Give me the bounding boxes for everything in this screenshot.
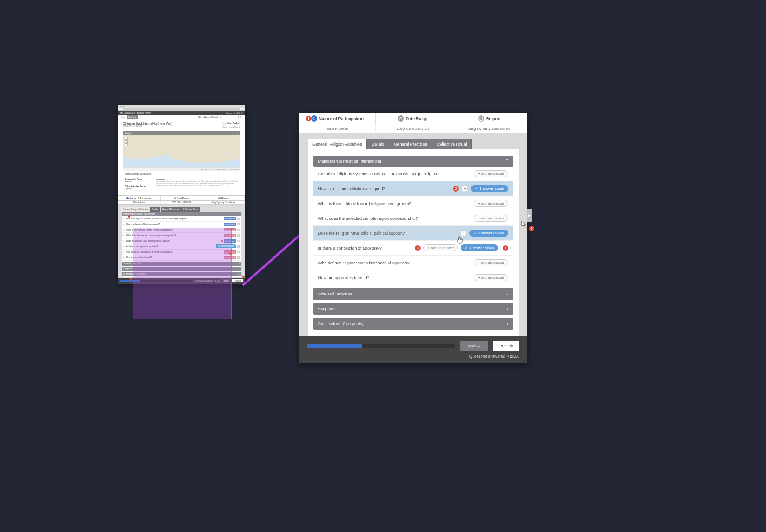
edit-answer-button[interactable]: Edit Answer	[224, 217, 236, 220]
edit-answer-button[interactable]: Edit Answer	[224, 223, 236, 226]
add-answer-button[interactable]: +add an answer	[423, 244, 458, 251]
val-participation: Elite Political	[299, 124, 376, 133]
thumb-questionnaire: Nature of Participation Date Range Regio…	[118, 195, 245, 278]
publish-button[interactable]: Publish	[232, 279, 243, 282]
question-row: Who defines or prosecutes instances of a…	[313, 256, 513, 270]
col-date-range: Date Range	[161, 196, 203, 200]
add-answer-button[interactable]: Add Answer	[224, 234, 236, 237]
expand-toggle[interactable]	[237, 256, 240, 259]
val-region: Ming Dynasty Boundaries	[202, 201, 245, 204]
tab-beliefs[interactable]: Beliefs	[367, 139, 389, 149]
add-answer-button[interactable]: Add Answer	[224, 256, 236, 259]
add-answer-button[interactable]: +add an answer	[474, 274, 508, 281]
tab-general-religion-variables[interactable]: General Religion Variables	[308, 139, 367, 149]
map-controls[interactable]	[125, 137, 128, 147]
save-button[interactable]: Save	[222, 279, 230, 282]
chevron-right-icon: ▸	[123, 256, 125, 259]
progress-count: Questions answered: 42/150	[307, 354, 519, 359]
answer-saved-pill[interactable]: ✓1 answer saved	[471, 185, 508, 192]
tab-general-practices[interactable]: General Practices	[389, 139, 432, 149]
subgroup-label: Scripture	[318, 307, 335, 311]
add-answer-button[interactable]: Add Answer	[224, 228, 236, 231]
person-icon	[126, 197, 129, 199]
chevron-right-icon: ›	[506, 306, 508, 312]
expand-toggle[interactable]	[237, 234, 240, 237]
nav-faq[interactable]: FAQ	[198, 116, 201, 118]
meta-geo-val: Territory	[125, 180, 131, 183]
tab-collective-ritual[interactable]: Collective Ritual	[432, 139, 472, 149]
author-name: John Carlton	[227, 122, 240, 125]
chevron-right-icon: ▸	[123, 218, 125, 220]
subgroup-header[interactable]: Scripture›	[122, 267, 241, 271]
map-attribution: Map data ©2014 Google, ESRI · Terms of U…	[123, 168, 240, 171]
group-title: Membership/Tradition Interactions	[318, 159, 381, 164]
check-icon: ✓	[475, 186, 478, 191]
col-participation: Nature of Participation	[118, 196, 161, 200]
subgroup-header[interactable]: Size and Structure›	[313, 288, 513, 300]
add-answer-button[interactable]: +add an answer	[474, 170, 508, 177]
add-answer-icon-button[interactable]: +	[461, 186, 468, 192]
annotation-dot	[242, 276, 245, 278]
site-brand: The Database of Religious History	[120, 112, 151, 114]
subgroup-header[interactable]: Architecture, Geography›	[313, 318, 513, 330]
subgroup-header[interactable]: Size and Structure›	[122, 262, 241, 266]
plus-icon: +	[478, 172, 480, 176]
add-answer-button[interactable]: +add an answer	[474, 200, 508, 207]
alert-badge: 2	[453, 186, 459, 192]
answer-saved-pill[interactable]: ✓2 answers saved	[469, 230, 508, 237]
question-text: How are apostates treated?	[318, 276, 471, 280]
questionnaire-panel: 1 ☺Nature of Participation ◷Date Range ◯…	[299, 113, 527, 363]
question-text: How is religious affiliation assigned?	[126, 223, 224, 225]
question-text: Does the religion have official politica…	[126, 240, 221, 242]
chevron-right-icon: ›	[239, 268, 240, 270]
login-status[interactable]: Logged in as Billy Bo	[226, 112, 243, 114]
add-answer-icon-button[interactable]: +	[460, 230, 467, 237]
chevron-right-icon: ›	[239, 263, 240, 265]
map-view[interactable]	[123, 135, 240, 168]
tab-collective-ritual[interactable]: Collective Ritual	[181, 207, 200, 212]
group-header[interactable]: Membership/Tradition Interactions˅	[122, 212, 241, 216]
expand-toggle[interactable]	[237, 229, 240, 231]
alert-badge	[221, 240, 223, 242]
region-panel-header[interactable]: Region–	[123, 131, 240, 135]
subgroup-header[interactable]: Architecture, Geography›	[122, 272, 241, 276]
question-row: What does the selected sample region cor…	[313, 211, 513, 226]
nav-advanced[interactable]: Advanced Search	[203, 116, 218, 118]
chevron-right-icon: ›	[506, 321, 508, 327]
person-icon: ☺	[311, 115, 317, 122]
map-region-label: Ming Dynasty Boundaries	[123, 171, 240, 177]
nav-go-button[interactable]	[240, 116, 243, 118]
val-date-range: 1000 CE to 1100 CE	[161, 201, 203, 204]
tab-general-practices[interactable]: General Practices	[161, 207, 181, 212]
answer-saved-pill[interactable]: ✓1 answer saved	[461, 244, 498, 251]
nav-home[interactable]: Home	[120, 116, 125, 118]
question-text: What does the selected sample region cor…	[318, 216, 471, 221]
expand-handle[interactable]: ▶	[527, 209, 532, 222]
alert-badge: 3	[415, 245, 421, 251]
submit-tooltip: Submit Answer	[216, 244, 235, 248]
question-text: Who defines or prosecutes instances of a…	[318, 261, 471, 265]
tab-general-religion-variables[interactable]: General Religion Variables	[121, 207, 149, 212]
nav-search[interactable]	[220, 116, 239, 118]
expand-toggle[interactable]	[237, 218, 240, 220]
question-text: Is there a conception of apostasy?	[318, 246, 412, 250]
expand-toggle[interactable]	[237, 251, 240, 253]
nav-contribute[interactable]: Contribute	[127, 115, 138, 119]
group-header[interactable]: Membership/Tradition Interactions ˅	[313, 156, 513, 167]
add-answer-button[interactable]: +add an answer	[474, 215, 508, 222]
subgroup-header[interactable]: Scripture›	[313, 303, 513, 315]
subgroup-label: Architecture, Geography	[318, 321, 364, 326]
edit-answer-button[interactable]: Edit Answer	[224, 239, 236, 243]
publish-button[interactable]: Publish	[493, 341, 519, 351]
val-region: Ming Dynasty Boundaries	[451, 124, 527, 133]
question-row: ▸How are apostates treated?Add Answer	[122, 255, 241, 261]
expand-toggle[interactable]	[237, 245, 240, 248]
add-answer-button[interactable]: +add an answer	[474, 259, 508, 266]
subgroup-label: Size and Structure	[318, 292, 352, 296]
save-all-button[interactable]: Save All	[460, 341, 488, 351]
tab-beliefs[interactable]: Beliefs	[150, 207, 160, 212]
question-text: How are apostates treated?	[126, 256, 224, 259]
expand-toggle[interactable]	[237, 223, 240, 225]
expand-toggle[interactable]	[237, 240, 240, 242]
question-row: ▸How is religious affiliation assigned?E…	[122, 222, 241, 227]
